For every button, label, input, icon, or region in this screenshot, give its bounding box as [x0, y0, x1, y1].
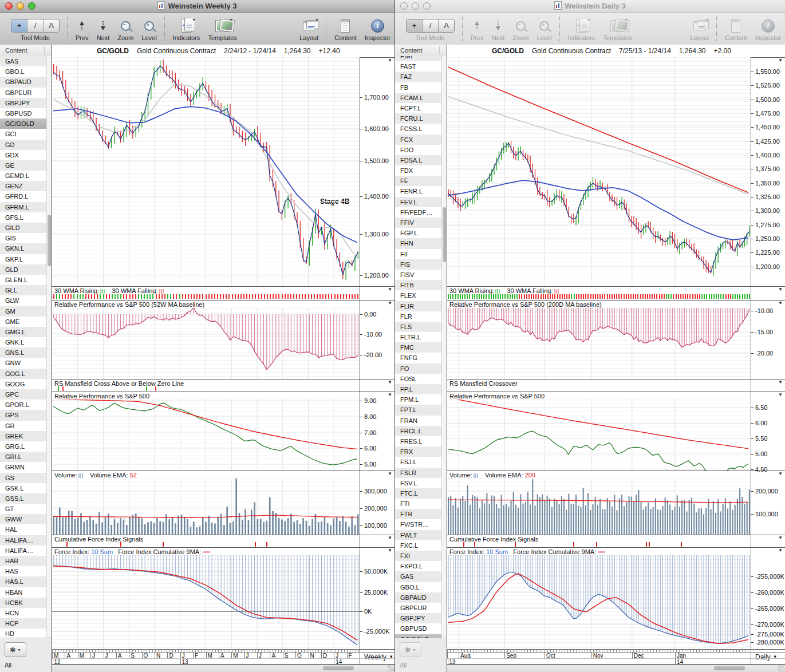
title-bar[interactable]: Weinstein Daily 3 [395, 0, 785, 13]
list-item-symbol[interactable]: FOSL [395, 374, 442, 384]
zoom-out-button[interactable]: − Zoom [512, 16, 528, 41]
list-item-symbol[interactable]: FLEX [395, 290, 442, 301]
panel-disclosure-icon[interactable]: ▼ [388, 301, 392, 306]
list-item-symbol[interactable]: FRX [395, 446, 442, 457]
templates-button[interactable]: ▼ Templates [208, 16, 236, 41]
list-item-symbol[interactable]: FENR.L [395, 186, 442, 196]
list-item-symbol[interactable]: GOG.L [0, 369, 47, 379]
list-item-symbol[interactable]: GS [0, 473, 47, 483]
list-item-symbol[interactable]: FLIR [395, 301, 442, 311]
list-item-symbol[interactable]: GFS.L [0, 212, 47, 223]
hscroll-thumb[interactable] [323, 666, 354, 670]
title-bar[interactable]: Weinstein Weekly 3 [0, 0, 395, 13]
list-item-symbol[interactable]: FHN [395, 238, 442, 248]
chart-plot-area[interactable] [447, 57, 751, 649]
list-item-symbol[interactable]: FGP.L [395, 228, 442, 238]
list-item-symbol[interactable]: FNFG [395, 353, 442, 363]
bottom-scrollbar[interactable] [447, 664, 785, 672]
layout-button[interactable]: ▼ Layout [299, 16, 318, 41]
list-item-symbol[interactable]: HCP [0, 618, 47, 628]
list-item-symbol[interactable]: FRES.L [395, 436, 442, 446]
list-item-symbol[interactable]: FEV.L [395, 197, 442, 207]
list-item-symbol[interactable]: GOOG [0, 379, 47, 389]
list-item-symbol[interactable]: FPT.L [395, 405, 442, 415]
zoom-level-button[interactable]: + Level [537, 16, 551, 41]
bottom-scrollbar[interactable] [52, 664, 395, 672]
list-item-symbol[interactable]: FCPT.L [395, 103, 442, 113]
tool-text-button[interactable]: A [44, 19, 59, 32]
list-item-symbol[interactable]: GILD [0, 223, 47, 233]
list-item-symbol[interactable]: GENZ [0, 181, 47, 191]
list-item-symbol[interactable]: GBPUSD [0, 108, 47, 118]
list-item-symbol[interactable]: FTR [395, 509, 442, 519]
list-item-symbol[interactable]: FCRU.L [395, 113, 442, 124]
list-item-symbol[interactable]: F.MI [395, 56, 442, 61]
list-item-symbol[interactable]: GLW [0, 295, 47, 306]
list-item-symbol[interactable]: FII [395, 249, 442, 259]
list-item-symbol[interactable]: FPM.L [395, 394, 442, 405]
list-item-symbol[interactable]: GAS [395, 571, 442, 582]
list-item-symbol[interactable]: FXPO.L [395, 561, 442, 571]
list-item-symbol[interactable]: FAST [395, 61, 442, 72]
list-item-symbol[interactable]: GME [0, 317, 47, 327]
list-item-symbol[interactable]: HAL [0, 524, 47, 535]
list-item-symbol[interactable]: HCN [0, 608, 47, 618]
list-item-symbol[interactable]: GBPJPY [0, 98, 47, 108]
list-item-symbol[interactable]: GIS [0, 233, 47, 243]
list-item-symbol[interactable]: GLEN.L [0, 275, 47, 285]
list-item-symbol[interactable]: FIS [395, 259, 442, 270]
sidebar-scrollbar[interactable] [46, 56, 52, 638]
tool-text-button[interactable]: A [439, 19, 454, 32]
hscroll-thumb[interactable] [714, 666, 745, 670]
list-item-symbol[interactable]: GE [0, 160, 47, 171]
list-item-symbol[interactable]: GM [0, 306, 47, 317]
templates-button[interactable]: ▼ Templates [603, 16, 632, 41]
chart-plot-area[interactable] [52, 57, 360, 649]
panel-disclosure-icon[interactable]: ▼ [388, 380, 392, 385]
list-item-symbol[interactable]: GCI [0, 129, 47, 139]
close-icon[interactable] [5, 2, 13, 10]
list-item-symbol[interactable]: FE [395, 176, 442, 186]
list-item-symbol[interactable]: FITB [395, 280, 442, 290]
action-gear-button[interactable]: ✱▼ [5, 642, 26, 657]
list-item-symbol[interactable]: FB [395, 82, 442, 93]
panel-disclosure-icon[interactable]: ▼ [388, 472, 392, 476]
list-item-symbol[interactable]: FLTR.L [395, 332, 442, 342]
list-item-symbol[interactable]: FDX [395, 165, 442, 176]
minimize-icon[interactable] [17, 2, 24, 10]
panel-disclosure-icon[interactable]: ▼ [388, 287, 392, 292]
list-item-symbol[interactable]: GEMD.L [0, 171, 47, 181]
panel-disclosure-icon[interactable]: ▼ [388, 393, 392, 397]
list-item-symbol[interactable]: GKN.L [0, 243, 47, 254]
tool-line-button[interactable]: / [423, 19, 439, 32]
list-item-symbol[interactable]: GKP.L [0, 254, 47, 264]
list-item-symbol[interactable]: FRCL.L [395, 426, 442, 436]
list-item-symbol[interactable]: HAS.L [0, 576, 47, 587]
list-item-symbol[interactable]: FWLT [395, 530, 442, 540]
panel-disclosure-icon[interactable]: ▼ [778, 393, 783, 397]
list-item-symbol[interactable]: GLL [0, 285, 47, 295]
next-button[interactable]: Next [97, 16, 110, 41]
list-item-symbol[interactable]: GLD [0, 264, 47, 275]
resize-grip-icon[interactable] [388, 665, 394, 671]
resize-grip-icon[interactable] [778, 665, 784, 671]
panel-disclosure-icon[interactable]: ▼ [778, 536, 783, 540]
list-item-symbol[interactable]: GWW [0, 514, 47, 524]
list-item-symbol[interactable]: FXI [395, 551, 442, 561]
tool-line-button[interactable]: / [27, 19, 44, 32]
sidebar-scrollbar[interactable] [441, 56, 447, 638]
list-item-symbol[interactable]: GBPAUD [395, 592, 442, 603]
list-item-symbol[interactable]: FTI [395, 499, 442, 509]
list-item-symbol[interactable]: FSLR [395, 468, 442, 478]
list-item-symbol[interactable]: GPOR.L [0, 400, 47, 410]
list-item-symbol[interactable]: GRG.L [0, 441, 47, 452]
list-item-symbol[interactable]: GBPUSD [395, 623, 442, 634]
panel-disclosure-icon[interactable]: ▼ [778, 472, 783, 476]
list-item-symbol[interactable]: FF/FEDF… [395, 207, 442, 218]
list-item-symbol[interactable]: GFRD.L [0, 191, 47, 201]
panel-disclosure-icon[interactable]: ▼ [778, 548, 783, 553]
list-item-symbol[interactable]: FMC [395, 342, 442, 353]
tool-cross-button[interactable]: + [11, 19, 27, 32]
indicators-button[interactable]: ▼ Indicators [568, 16, 595, 41]
list-item-symbol[interactable]: HALIFA… [0, 535, 47, 545]
